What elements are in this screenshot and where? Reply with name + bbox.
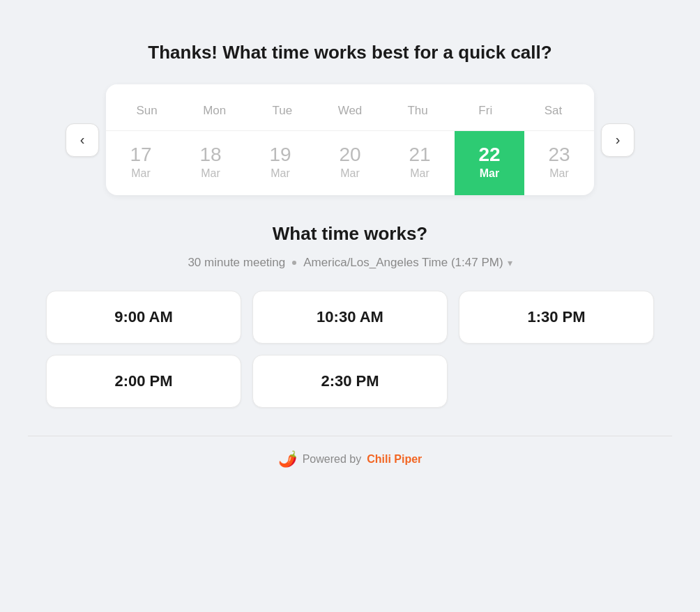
calendar-day: 23Mar — [524, 131, 594, 195]
calendar-day: 21Mar — [385, 131, 455, 195]
day-of-week-header: Mon — [181, 98, 248, 123]
page-container: Thanks! What time works best for a quick… — [14, 14, 686, 612]
time-slot-label: 1:30 PM — [527, 308, 585, 326]
day-number: 18 — [199, 145, 221, 165]
next-week-button[interactable]: › — [601, 123, 634, 157]
day-of-week-header: Wed — [316, 98, 383, 123]
prev-week-button[interactable]: ‹ — [66, 123, 99, 157]
calendar-header: SunMonTueWedThuFriSat — [106, 84, 594, 130]
day-month: Mar — [131, 167, 151, 180]
time-slot[interactable]: 2:30 PM — [252, 355, 448, 408]
timezone-label: America/Los_Angeles Time (1:47 PM) — [303, 256, 503, 270]
time-slot-label: 9:00 AM — [114, 308, 173, 326]
chevron-left-icon: ‹ — [80, 132, 85, 148]
day-of-week-header: Tue — [248, 98, 316, 123]
day-of-week-header: Sun — [113, 98, 181, 123]
day-month: Mar — [340, 167, 360, 180]
calendar-card: SunMonTueWedThuFriSat 17Mar18Mar19Mar20M… — [106, 84, 594, 195]
brand-name: Chili Piper — [367, 453, 422, 466]
calendar-day: 19Mar — [245, 131, 315, 195]
powered-text: Powered by — [303, 453, 362, 466]
time-slot[interactable]: 10:30 AM — [252, 291, 448, 344]
day-month: Mar — [271, 167, 290, 180]
day-month: Mar — [410, 167, 429, 180]
day-month: Mar — [480, 167, 499, 180]
calendar-day: 18Mar — [176, 131, 245, 195]
day-number: 20 — [339, 145, 360, 165]
meeting-duration: 30 minute meeting — [188, 256, 285, 270]
timezone-selector[interactable]: America/Los_Angeles Time (1:47 PM) ▾ — [303, 256, 512, 270]
calendar-section: ‹ SunMonTueWedThuFriSat 17Mar18Mar19Mar2… — [66, 84, 634, 195]
day-month: Mar — [201, 167, 220, 180]
chili-icon: 🌶️ — [278, 450, 297, 468]
powered-by-footer: 🌶️ Powered by Chili Piper — [28, 436, 672, 468]
time-slots-row1: 9:00 AM10:30 AM1:30 PM — [46, 291, 654, 344]
day-month: Mar — [549, 167, 569, 180]
time-slot[interactable]: 1:30 PM — [459, 291, 654, 344]
calendar-body: 17Mar18Mar19Mar20Mar21Mar22Mar23Mar — [106, 130, 594, 195]
time-slot-label: 2:30 PM — [321, 372, 379, 390]
time-slot-label: 10:30 AM — [317, 308, 383, 326]
day-of-week-header: Thu — [384, 98, 452, 123]
time-slot[interactable]: 2:00 PM — [46, 355, 241, 408]
day-of-week-header: Sat — [519, 98, 587, 123]
day-number: 19 — [269, 145, 291, 165]
day-of-week-header: Fri — [452, 98, 519, 123]
day-number: 23 — [548, 145, 570, 165]
dot-separator — [292, 261, 296, 265]
page-title: Thanks! What time works best for a quick… — [148, 42, 551, 63]
calendar-day[interactable]: 22Mar — [455, 131, 524, 195]
time-section-title: What time works? — [273, 223, 427, 245]
time-slot-label: 2:00 PM — [114, 372, 172, 390]
time-slot[interactable]: 9:00 AM — [46, 291, 241, 344]
day-number: 21 — [409, 145, 430, 165]
chevron-right-icon: › — [616, 132, 621, 148]
calendar-day: 20Mar — [315, 131, 385, 195]
meeting-info: 30 minute meeting America/Los_Angeles Ti… — [188, 256, 512, 270]
day-number: 17 — [130, 145, 151, 165]
time-slots-row2: 2:00 PM2:30 PM — [46, 355, 654, 408]
chevron-down-icon: ▾ — [508, 257, 512, 268]
day-number: 22 — [478, 145, 500, 165]
calendar-day: 17Mar — [106, 131, 176, 195]
